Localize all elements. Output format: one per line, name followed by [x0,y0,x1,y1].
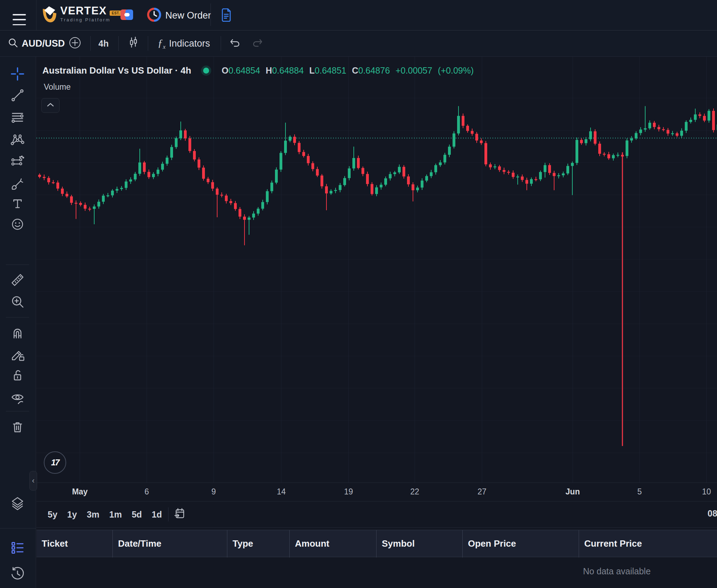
tradingview-logo: 17 [44,451,66,474]
brush-icon [9,176,26,194]
fx-icon: ƒx [158,37,166,50]
trash-icon [9,419,26,437]
sidebar-tool-emoji[interactable] [0,217,35,233]
sidebar-section-divider [0,528,36,528]
new-order-button[interactable]: New Order [147,8,211,23]
redo-icon [251,37,264,50]
trend-line-icon [9,87,26,105]
column-header-date-time: Date/Time [113,530,227,558]
date-range-buttons: 5y1y3m1m5d1d [44,507,165,522]
object-tree-button[interactable] [0,540,35,557]
wallet-card-icon [120,16,133,22]
column-header-amount: Amount [290,530,377,558]
x-axis-label: 6 [145,487,149,497]
chart-pane[interactable]: Australian Dollar Vs US Dollar · 4h O0.6… [36,57,717,483]
unlock-icon [9,367,26,385]
sidebar-tool-hide-drawings[interactable] [0,390,35,407]
hamburger-icon [13,14,26,15]
menu-button[interactable] [13,14,26,25]
goto-date-button[interactable] [173,507,186,522]
sidebar-tool-remove-drawings[interactable] [0,419,35,436]
header-divider-2 [211,4,211,26]
redo-button[interactable] [251,30,264,56]
chevron-left-icon: ‹ [32,476,34,485]
sidebar-tool-brush[interactable] [0,177,35,193]
header: VERTEXEST. 2002 Trading Platform New Ord… [0,0,717,30]
sidebar-tool-magnet[interactable] [0,325,35,342]
pencil-unlock-icon [9,347,26,364]
toolbar-divider [118,36,119,51]
search-icon [8,37,18,49]
sidebar-tool-forecast[interactable] [0,155,35,171]
interval-button[interactable]: 4h [98,30,109,56]
sidebar-collapse-tab[interactable]: ‹ [29,471,37,491]
header-divider [36,0,36,30]
market-status-dot [203,68,209,74]
table-header-row: TicketDate/TimeTypeAmountSymbolOpen Pric… [36,530,717,557]
range-button-5y[interactable]: 5y [44,507,61,522]
interval-label: 4h [98,39,109,49]
new-order-label: New Order [165,10,211,21]
x-axis-label: Jun [566,487,580,497]
brand-logo: VERTEXEST. 2002 Trading Platform [41,6,132,26]
column-header-ticket: Ticket [36,530,113,558]
low-value: 0.64851 [315,66,346,75]
column-header-type: Type [227,530,290,558]
symbol-search-button[interactable]: AUD/USD [8,30,65,56]
add-symbol-button[interactable] [69,30,81,56]
history-button[interactable] [0,566,35,583]
calendar-icon [173,507,186,522]
open-value: 0.64854 [228,66,260,75]
x-axis-label: 22 [410,487,419,497]
crosshair-icon [9,66,26,83]
candlestick-chart[interactable] [36,57,717,483]
layers-icon [9,496,26,513]
trading-platform-app: { "header": { "brand": "VERTEX", "brand_… [0,0,717,588]
sidebar-tool-trend-line[interactable] [0,88,35,104]
x-axis-label: 27 [477,487,487,497]
time-axis[interactable]: May6914192227Jun510 [36,483,717,501]
wallet-button[interactable] [120,9,133,22]
sidebar-tool-layers[interactable] [0,496,35,513]
range-button-1y[interactable]: 1y [64,507,81,522]
sidebar-tool-text[interactable] [0,196,35,213]
undo-button[interactable] [228,30,241,56]
toolbar-divider [90,36,91,51]
change-percent: (+0.09%) [438,66,474,76]
column-header-open-price: Open Price [463,530,579,558]
indicators-label: Indicators [169,38,210,49]
range-button-5d[interactable]: 5d [128,507,145,522]
x-axis-label: 5 [637,487,642,497]
sidebar-tool-unlock[interactable] [0,368,35,384]
text-icon [9,196,26,213]
object-tree-icon [9,540,26,557]
pane-collapse-button[interactable] [41,98,60,113]
column-header-current-price: Current Price [579,530,717,558]
chart-legend: Australian Dollar Vs US Dollar · 4h O0.6… [42,65,474,76]
sidebar-tool-fib-retracement[interactable] [0,110,35,127]
range-button-3m[interactable]: 3m [83,507,103,522]
sidebar-tool-xabcd-pattern[interactable] [0,132,35,149]
positions-table: TicketDate/TimeTypeAmountSymbolOpen Pric… [36,528,717,588]
orders-document-button[interactable] [221,8,232,23]
clock-icon [147,8,161,23]
chevron-up-icon [47,102,54,109]
high-value: 0.64884 [272,66,304,75]
sidebar-divider [6,411,29,411]
range-button-1d[interactable]: 1d [148,507,165,522]
session-clock[interactable]: 08: [708,508,717,519]
forecast-icon [9,154,26,172]
drawing-toolbar [0,57,36,588]
sidebar-tool-crosshair[interactable] [0,66,35,83]
chart-title: Australian Dollar Vs US Dollar · 4h [42,65,191,76]
symbol-label: AUD/USD [22,38,65,49]
sidebar-tool-drawing-unlock[interactable] [0,347,35,364]
sidebar-divider [6,265,29,265]
bottom-toolbar: 5y1y3m1m5d1d 08: [36,501,717,528]
change-value: +0.00057 [395,66,432,76]
sidebar-tool-zoom-in[interactable] [0,294,35,311]
chart-type-button[interactable] [127,30,139,56]
range-button-1m[interactable]: 1m [106,507,125,522]
indicators-button[interactable]: ƒx Indicators [158,30,210,56]
sidebar-tool-ruler[interactable] [0,272,35,289]
